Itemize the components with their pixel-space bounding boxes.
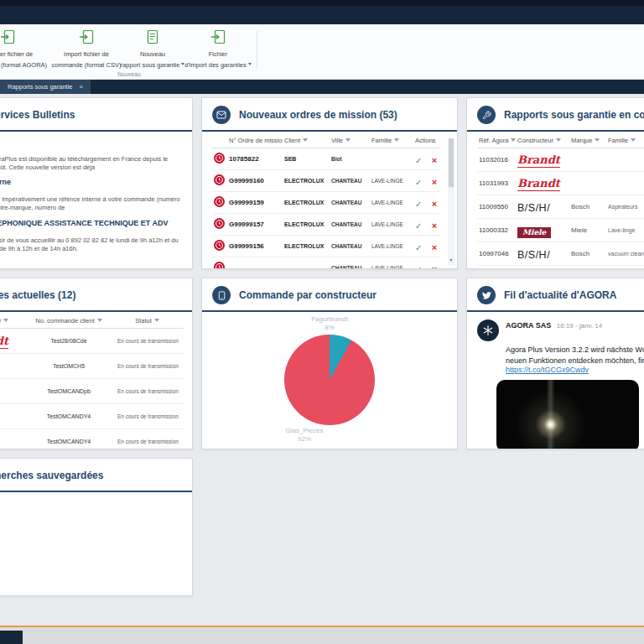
family-cell — [370, 148, 413, 170]
city-cell: CHANTEAU — [330, 192, 370, 214]
pending-status-icon — [214, 239, 225, 253]
twitter-icon — [477, 286, 496, 304]
filter-icon[interactable] — [511, 138, 516, 144]
import-csv-button[interactable]: Import fichier de commande (format CSV) — [49, 29, 123, 71]
mission-row[interactable]: CHANTEAU LAVE-LINGE ✓ × — [212, 257, 440, 270]
warranty-row[interactable]: B/S/H/ — [477, 266, 644, 270]
bulletin-item[interactable]: Référence interne Chers Clients, Veuille… — [0, 178, 182, 212]
mission-row[interactable]: G99999157 ELECTROLUX CHANTEAU LAVE-LINGE… — [212, 214, 440, 236]
order-row[interactable]: TestOMCANDY4 En cours de transmission — [0, 429, 184, 450]
card-title: Commandes actuelles (12) — [0, 289, 75, 301]
accept-button[interactable]: ✓ — [415, 156, 422, 165]
import-file-icon — [78, 29, 95, 48]
filter-icon[interactable] — [556, 138, 561, 144]
mission-row[interactable]: 10785822 SEB Biot ✓ × — [212, 148, 440, 170]
city-cell: CHANTEAU — [330, 214, 370, 236]
tweet[interactable]: AGORA SAS 16:19 · janv. 14 Agora Plus Ve… — [467, 312, 644, 449]
column-header[interactable]: Famille — [606, 133, 644, 148]
button-label: Nouveau — [140, 50, 165, 59]
import-agora-button[interactable]: Importer fichier de commande (format AGO… — [0, 29, 49, 71]
clipboard-icon — [212, 286, 231, 304]
button-label: Fichier — [209, 50, 228, 59]
column-header[interactable]: N° Ordre de mission — [227, 133, 283, 148]
import-file-icon — [210, 29, 226, 48]
bulletin-item[interactable]: ACCUEIL TELEPHONIQUE ASSISTANCE TECHNIQU… — [0, 219, 182, 253]
tab-close-icon[interactable]: × — [80, 84, 84, 91]
filter-icon[interactable] — [154, 319, 159, 325]
city-cell: CHANTEAU — [330, 257, 370, 270]
card-orders-by-manufacturer: Commande par constructeur Fagorbrandt 8%… — [201, 278, 458, 449]
filter-icon[interactable] — [631, 138, 636, 144]
filter-icon[interactable] — [394, 138, 399, 144]
warranty-row[interactable]: 10997046 B/S/H/ Bosch vacuum cleaner — [477, 242, 644, 266]
ref-cell — [477, 266, 516, 270]
order-row[interactable]: TestOMCH5 En cours de transmission — [0, 354, 184, 379]
reject-button[interactable]: × — [432, 264, 437, 270]
family-cell — [606, 172, 644, 195]
accept-button[interactable]: ✓ — [415, 178, 422, 187]
column-header[interactable]: Constructeur — [0, 314, 27, 329]
reject-button[interactable]: × — [432, 242, 437, 252]
filter-icon[interactable] — [97, 319, 102, 325]
order-row[interactable]: TestOMCANDY4 En cours de transmission — [0, 404, 184, 429]
order-row[interactable]: Brandt Test28/08Cde En cours de transmis… — [0, 329, 184, 354]
warranty-import-file-button[interactable]: Fichier d'import des garanties — [182, 29, 254, 71]
filter-icon[interactable] — [595, 138, 600, 144]
order-row[interactable]: TestOMCANDpb En cours de transmission — [0, 379, 184, 404]
status-bar — [0, 626, 644, 644]
order-number-cell — [227, 257, 283, 270]
tab-bar: Rapports sous garantie × — [0, 80, 644, 94]
ribbon-group-label: Nouveau — [102, 71, 156, 77]
family-cell: vacuum cleaner — [606, 242, 644, 266]
accept-button[interactable]: ✓ — [415, 243, 422, 252]
pie-value-top: 8% — [311, 324, 348, 332]
new-warranty-report-button[interactable]: Nouveau rapport sous garantie — [123, 29, 182, 71]
reject-button[interactable]: × — [432, 199, 437, 209]
reject-button[interactable]: × — [432, 155, 437, 165]
button-label: Import fichier de — [64, 50, 109, 59]
card-title: Commande par constructeur — [239, 289, 377, 301]
accept-button[interactable]: ✓ — [415, 221, 422, 231]
card-title: Services Bulletins — [0, 109, 75, 121]
warranty-row[interactable]: 11000332 Miele Miele Lave-linge — [477, 219, 644, 242]
mission-row[interactable]: G99999160 ELECTROLUX CHANTEAU LAVE-LINGE… — [212, 170, 440, 192]
column-header[interactable]: Statut — [111, 314, 184, 329]
pending-status-icon — [214, 174, 225, 188]
document-tab[interactable]: Rapports sous garantie × — [0, 80, 91, 94]
column-header[interactable]: Famille — [370, 133, 413, 148]
column-header[interactable]: Ville — [330, 133, 370, 148]
ribbon: Importer fichier de commande (format AGO… — [0, 24, 644, 80]
scrollbar-down-button[interactable] — [448, 257, 454, 265]
bulletin-title: Référence interne — [0, 178, 182, 186]
vertical-scrollbar[interactable] — [448, 138, 454, 265]
filter-icon[interactable] — [3, 319, 8, 325]
brand-cell: Bosch — [569, 195, 606, 219]
column-header[interactable]: Constructeur — [516, 133, 569, 148]
warranty-row[interactable]: 11032016 Brandt — [477, 148, 644, 172]
column-header[interactable]: Actions — [413, 133, 440, 148]
bulletin-item[interactable]: AgoraPlus V3 Chers clients, La version 3… — [0, 138, 182, 172]
mission-row[interactable]: G99999159 ELECTROLUX CHANTEAU LAVE-LINGE… — [212, 192, 440, 214]
reject-button[interactable]: × — [432, 177, 437, 187]
bulletin-greeting: Chers clients, — [0, 148, 182, 155]
bulletin-body: Veuillez renseigner impérativement une r… — [0, 195, 182, 212]
brand-cell: Bosch — [569, 242, 606, 266]
tweet-link[interactable]: https://t.co/tGCGx9Cwdv — [506, 366, 644, 374]
manufacturer-logo: Brandt — [517, 154, 560, 169]
filter-icon[interactable] — [303, 138, 308, 144]
mission-row[interactable]: G99999156 ELECTROLUX CHANTEAU LAVE-LINGE… — [212, 236, 440, 257]
accept-button[interactable]: ✓ — [415, 200, 422, 209]
warranty-row[interactable]: 11009550 B/S/H/ Bosch Aspirateurs — [477, 195, 644, 219]
tweet-image[interactable] — [496, 380, 639, 449]
column-header[interactable]: Réf. Agora — [477, 133, 516, 148]
footer-navy-block — [0, 631, 23, 644]
status-cell: En cours de transmission — [111, 354, 184, 379]
accept-button[interactable]: ✓ — [415, 265, 422, 270]
filter-icon[interactable] — [345, 138, 351, 144]
warranty-row[interactable]: 11031993 Brandt — [477, 172, 644, 195]
column-header[interactable]: Client — [283, 133, 330, 148]
reject-button[interactable]: × — [432, 221, 437, 231]
column-header[interactable]: Marque — [569, 133, 606, 148]
column-header[interactable]: No. commande client — [27, 314, 111, 329]
scrollbar-thumb[interactable] — [449, 138, 454, 187]
